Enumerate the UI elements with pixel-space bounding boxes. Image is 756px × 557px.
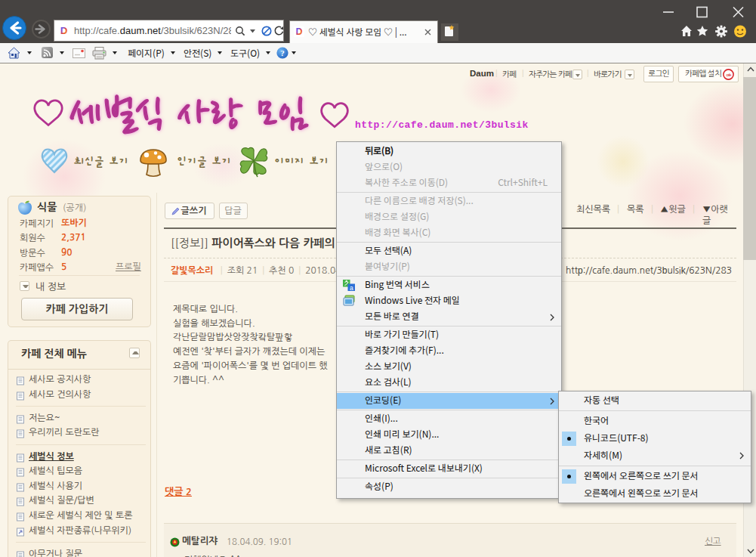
svg-text:D: D xyxy=(295,26,302,37)
svg-text:a: a xyxy=(350,283,353,291)
svg-text:?: ? xyxy=(280,48,285,57)
svg-text:D: D xyxy=(60,25,68,36)
